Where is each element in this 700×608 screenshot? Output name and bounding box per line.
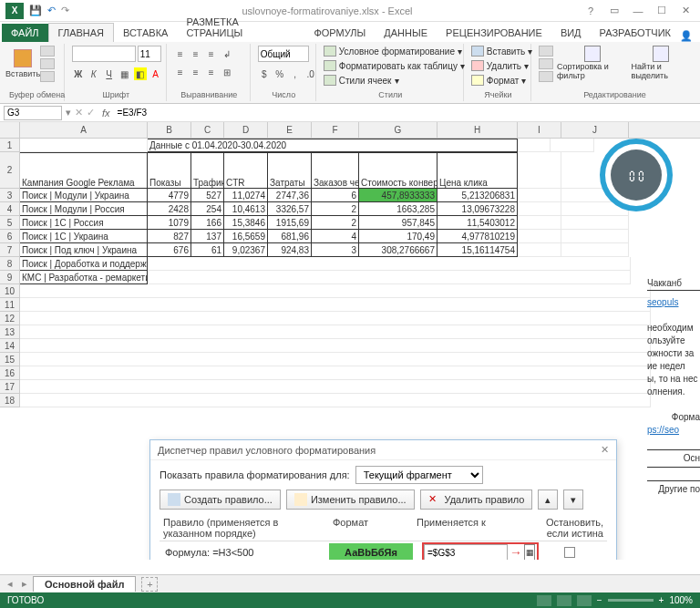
row-header[interactable]: 6 <box>0 230 20 243</box>
row-header[interactable]: 10 <box>0 284 20 298</box>
align-bot-icon[interactable]: ≡ <box>205 47 218 60</box>
fx-enter-icon[interactable]: ✓ <box>87 107 95 119</box>
fx-icon[interactable]: fx <box>98 108 114 119</box>
cell[interactable]: Данные с 01.04.2020-30.04.2020 <box>148 139 518 152</box>
close-icon[interactable]: ✕ <box>674 3 696 19</box>
cell[interactable]: Поиск | Под ключ | Украина <box>20 243 148 257</box>
merge-icon[interactable]: ⊞ <box>221 66 233 78</box>
cell[interactable] <box>20 353 651 366</box>
cell[interactable]: 61 <box>191 243 224 257</box>
cell[interactable]: 3 <box>312 243 359 257</box>
cell[interactable]: 137 <box>191 230 224 243</box>
account-icon[interactable]: 👤 <box>680 30 693 42</box>
cell[interactable]: 170,49 <box>359 230 438 243</box>
row-header[interactable]: 11 <box>0 298 20 312</box>
cell[interactable] <box>518 202 561 216</box>
sort-filter-button[interactable]: Сортировка и фильтр <box>557 46 628 80</box>
cell[interactable] <box>20 312 651 325</box>
cell[interactable]: 5,213206831 <box>438 189 518 202</box>
cell[interactable] <box>561 230 629 243</box>
cell[interactable]: Кампания Google Реклама <box>20 152 148 189</box>
row-header[interactable]: 1 <box>0 139 20 152</box>
cell[interactable] <box>551 139 594 152</box>
paste-button[interactable]: Вставить <box>9 46 36 82</box>
col-header[interactable]: I <box>518 122 561 138</box>
tab-insert[interactable]: ВСТАВКА <box>114 24 177 42</box>
fill-icon[interactable] <box>539 58 553 69</box>
cell[interactable] <box>518 230 561 243</box>
align-mid-icon[interactable]: ≡ <box>190 47 202 60</box>
tab-formulas[interactable]: ФОРМУЛЫ <box>304 24 375 42</box>
cell[interactable]: 2 <box>312 216 359 230</box>
cell[interactable]: 676 <box>148 243 191 257</box>
fill-color-icon[interactable]: ◧ <box>134 67 147 80</box>
cell[interactable] <box>20 298 651 312</box>
italic-icon[interactable]: К <box>88 67 100 80</box>
side-link[interactable]: seopuls <box>647 297 678 307</box>
zoom-slider[interactable] <box>608 599 654 602</box>
format-cells-button[interactable]: Формат ▾ <box>471 75 527 86</box>
cell[interactable]: 527 <box>191 189 224 202</box>
cell[interactable]: 11,5403012 <box>438 216 518 230</box>
sheet-nav-next-icon[interactable]: ▸ <box>18 578 31 590</box>
cell[interactable]: Поиск | 1С | Россия <box>20 216 148 230</box>
font-color-icon[interactable]: A <box>149 67 162 80</box>
row-header[interactable]: 18 <box>0 394 20 407</box>
worksheet-grid[interactable]: A B C D E F G H I J 1Данные с 01.04.2020… <box>0 122 700 560</box>
align-left-icon[interactable]: ≡ <box>174 66 187 78</box>
cell[interactable] <box>148 257 631 271</box>
wrap-icon[interactable]: ↲ <box>221 47 233 60</box>
cell[interactable]: 1663,285 <box>359 202 438 216</box>
col-header[interactable]: H <box>438 122 518 138</box>
align-center-icon[interactable]: ≡ <box>190 66 202 78</box>
side-link2[interactable]: ps://seo <box>647 425 679 435</box>
cell[interactable]: Цена клика <box>438 152 518 189</box>
cell[interactable] <box>518 216 561 230</box>
row-header[interactable]: 12 <box>0 312 20 325</box>
formula-bar[interactable] <box>118 106 696 120</box>
cell[interactable] <box>518 152 561 189</box>
conditional-formatting-button[interactable]: Условное форматирование ▾ <box>324 46 462 57</box>
qa-undo[interactable]: ↶ <box>47 5 56 16</box>
namebox-dropdown-icon[interactable]: ▾ <box>66 107 71 119</box>
tab-data[interactable]: ДАННЫЕ <box>375 24 437 42</box>
cell[interactable]: 924,83 <box>268 243 312 257</box>
cell[interactable] <box>20 394 651 407</box>
cell[interactable]: 457,8933333 <box>359 189 438 202</box>
cell[interactable]: 10,4613 <box>224 202 268 216</box>
name-box[interactable] <box>4 106 62 120</box>
row-header[interactable]: 7 <box>0 243 20 257</box>
comma-icon[interactable]: , <box>289 67 302 80</box>
move-up-button[interactable]: ▴ <box>538 489 558 510</box>
col-header[interactable]: F <box>312 122 359 138</box>
cut-icon[interactable] <box>40 46 55 57</box>
new-rule-button[interactable]: Создать правило... <box>160 489 281 510</box>
view-layout-icon[interactable] <box>557 595 571 606</box>
cell[interactable]: 166 <box>191 216 224 230</box>
cell[interactable]: Заказов через корзину <box>312 152 359 189</box>
row-header[interactable]: 14 <box>0 339 20 353</box>
align-right-icon[interactable]: ≡ <box>205 66 218 78</box>
help-icon[interactable]: ? <box>580 3 602 19</box>
cell[interactable] <box>20 380 651 394</box>
cell[interactable]: 2747,36 <box>268 189 312 202</box>
cell[interactable]: 13,09673228 <box>438 202 518 216</box>
tab-file[interactable]: ФАЙЛ <box>2 24 48 42</box>
format-painter-icon[interactable] <box>40 71 55 82</box>
dialog-close-icon[interactable]: ✕ <box>601 444 609 456</box>
cell[interactable] <box>20 284 651 298</box>
cell[interactable]: CTR <box>224 152 268 189</box>
col-header[interactable]: A <box>20 122 148 138</box>
tab-developer[interactable]: РАЗРАБОТЧИК <box>591 24 680 42</box>
move-down-button[interactable]: ▾ <box>563 489 583 510</box>
font-name-select[interactable] <box>72 46 136 62</box>
cell[interactable]: Поиск | Модули | Украина <box>20 189 148 202</box>
tab-review[interactable]: РЕЦЕНЗИРОВАНИЕ <box>437 24 551 42</box>
cell[interactable]: 3326,57 <box>268 202 312 216</box>
border-icon[interactable]: ▦ <box>118 67 131 80</box>
sheet-tab-main[interactable]: Основной файл <box>33 576 136 592</box>
cell[interactable] <box>20 366 651 380</box>
cell[interactable] <box>518 189 561 202</box>
cell[interactable] <box>561 216 629 230</box>
cell[interactable]: Показы <box>148 152 191 189</box>
